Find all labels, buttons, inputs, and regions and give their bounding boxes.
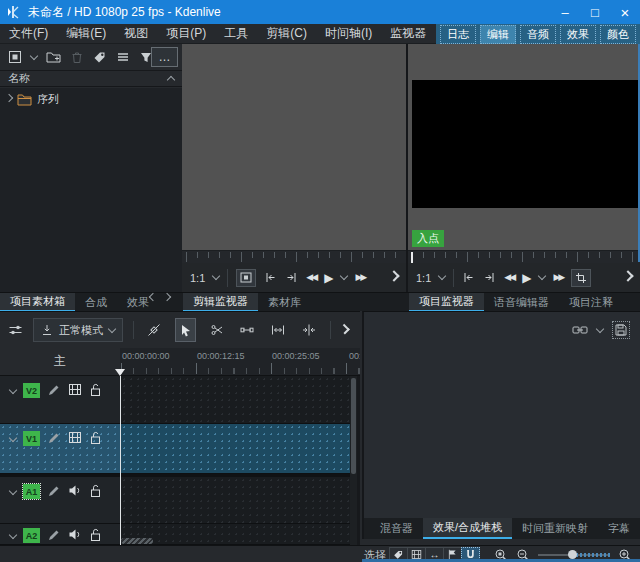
bin-menu-icon[interactable] <box>116 50 130 64</box>
project-monitor-screen[interactable]: 入点 <box>408 44 640 250</box>
spacer-tool-button[interactable] <box>237 318 258 342</box>
project-zoom-level[interactable]: 1:1 <box>416 272 431 284</box>
tab-effect-stack[interactable]: 效果/合成堆栈 <box>423 518 512 539</box>
track-lane-a2[interactable] <box>120 524 350 545</box>
tab-mixer[interactable]: 混音器 <box>370 518 423 539</box>
track-badge[interactable]: A1 <box>23 484 40 499</box>
timeline-vertical-scrollbar[interactable] <box>350 376 357 545</box>
edit-track-name-icon[interactable] <box>47 383 61 397</box>
bin-column-header[interactable]: 名称 <box>0 70 182 87</box>
maximize-button[interactable]: □ <box>580 0 610 24</box>
play-button[interactable]: ▶ <box>522 272 531 284</box>
clip-zoom-level[interactable]: 1:1 <box>190 272 205 284</box>
scroll-tabs-right-icon[interactable] <box>163 293 171 301</box>
rewind-button[interactable]: ◀◀ <box>504 273 514 282</box>
expander-icon[interactable] <box>5 94 13 102</box>
lock-track-icon[interactable] <box>89 528 102 542</box>
playhead-handle[interactable] <box>115 369 125 376</box>
project-transport-overflow-icon[interactable] <box>622 270 633 281</box>
collapse-track-icon[interactable] <box>9 386 17 394</box>
clip-monitor-ruler[interactable] <box>182 250 406 263</box>
menu-edit[interactable]: 编辑(E) <box>57 25 115 42</box>
tab-project-notes[interactable]: 项目注释 <box>559 293 623 312</box>
playhead-line[interactable] <box>120 376 121 545</box>
workspace-effects[interactable]: 效果 <box>560 25 596 44</box>
play-options-chevron-icon[interactable] <box>340 272 348 280</box>
tab-project-bin[interactable]: 项目素材箱 <box>0 293 75 312</box>
tab-subtitles[interactable]: 字幕 <box>598 518 640 539</box>
menu-file[interactable]: 文件(F) <box>0 25 57 42</box>
zoom-slider-handle[interactable] <box>568 550 577 559</box>
fit-zoom-button[interactable] <box>268 318 289 342</box>
go-to-zone-start-icon[interactable] <box>462 271 475 284</box>
mix-clips-icon[interactable] <box>144 318 165 342</box>
minimize-button[interactable]: – <box>550 0 580 24</box>
bin-more-button[interactable]: … <box>151 47 178 67</box>
menu-view[interactable]: 视图 <box>115 25 157 42</box>
edit-track-name-icon[interactable] <box>47 431 61 445</box>
timeline-ruler[interactable]: 00:00:00:00 00:00:12:15 00:00:25:05 00: <box>120 348 360 376</box>
workspace-logging[interactable]: 日志 <box>440 25 476 44</box>
track-header-a2[interactable]: A2 <box>0 524 120 545</box>
collapse-track-icon[interactable] <box>9 531 17 539</box>
menu-tools[interactable]: 工具 <box>215 25 257 42</box>
split-audio-video-icon[interactable] <box>299 318 320 342</box>
rewind-button[interactable]: ◀◀ <box>306 273 316 282</box>
workspace-audio[interactable]: 音频 <box>520 25 556 44</box>
bin-view-chevron-down-icon[interactable] <box>30 51 38 59</box>
guides-overlay-button[interactable] <box>571 269 591 287</box>
track-badge[interactable]: A2 <box>23 528 40 543</box>
close-button[interactable]: × <box>610 0 640 24</box>
bin-view-mode-icon[interactable] <box>8 50 22 64</box>
go-to-zone-end-icon[interactable] <box>285 271 298 284</box>
track-header-v2[interactable]: V2 <box>0 376 120 424</box>
fast-forward-button[interactable]: ▶▶ <box>553 273 563 282</box>
clip-zoom-chevron-down-icon[interactable] <box>212 272 220 280</box>
selection-tool-button[interactable] <box>175 318 196 342</box>
track-badge[interactable]: V2 <box>23 383 40 398</box>
bin-item-sequence[interactable]: 序列 <box>0 88 182 107</box>
play-options-chevron-icon[interactable] <box>538 272 546 280</box>
timeline-settings-icon[interactable] <box>8 323 23 337</box>
workspace-color[interactable]: 颜色 <box>600 25 636 44</box>
clip-transport-overflow-icon[interactable] <box>388 270 399 281</box>
tab-compositions[interactable]: 合成 <box>75 293 117 312</box>
menu-project[interactable]: 项目(P) <box>157 25 215 42</box>
tab-speech-editor[interactable]: 语音编辑器 <box>484 293 559 312</box>
scrollbar-thumb[interactable] <box>351 378 356 474</box>
menu-clip[interactable]: 剪辑(C) <box>257 25 316 42</box>
effect-stack-chevron-down-icon[interactable] <box>596 324 604 332</box>
video-frame[interactable] <box>412 80 638 208</box>
go-to-zone-start-icon[interactable] <box>264 271 277 284</box>
menu-timeline[interactable]: 时间轴(I) <box>316 25 381 42</box>
razor-tool-button[interactable] <box>206 318 227 342</box>
track-lane-v1[interactable] <box>120 424 350 474</box>
timeline-toolbar-overflow-icon[interactable] <box>339 323 350 334</box>
edit-mode-dropdown[interactable]: 正常模式 <box>33 318 123 342</box>
lock-track-icon[interactable] <box>89 484 102 498</box>
workspace-editing[interactable]: 编辑 <box>480 25 516 44</box>
track-header-v1[interactable]: V1 <box>0 424 120 474</box>
edit-track-name-icon[interactable] <box>47 528 61 542</box>
mute-track-icon[interactable] <box>68 528 82 541</box>
tab-time-remap[interactable]: 时间重新映射 <box>512 518 598 539</box>
lock-track-icon[interactable] <box>89 431 102 445</box>
save-effect-stack-button[interactable] <box>612 321 630 339</box>
menu-monitor[interactable]: 监视器 <box>381 25 435 42</box>
fast-forward-button[interactable]: ▶▶ <box>355 273 365 282</box>
track-header-a1[interactable]: A1 <box>0 477 120 524</box>
go-to-zone-end-icon[interactable] <box>483 271 496 284</box>
tag-button[interactable] <box>93 50 107 64</box>
compare-effect-icon[interactable] <box>572 324 588 336</box>
track-lane-v2[interactable] <box>120 376 350 424</box>
project-monitor-ruler[interactable] <box>408 250 640 263</box>
track-badge[interactable]: V1 <box>23 431 40 446</box>
show-thumbnails-icon[interactable] <box>68 431 82 444</box>
project-zoom-chevron-down-icon[interactable] <box>438 272 446 280</box>
timeline-horizontal-scrollbar[interactable] <box>121 538 153 544</box>
lock-track-icon[interactable] <box>89 383 102 397</box>
show-thumbnails-icon[interactable] <box>68 383 82 396</box>
zone-mode-button[interactable] <box>236 269 256 287</box>
delete-button[interactable] <box>70 50 84 64</box>
tab-project-monitor[interactable]: 项目监视器 <box>409 293 484 312</box>
